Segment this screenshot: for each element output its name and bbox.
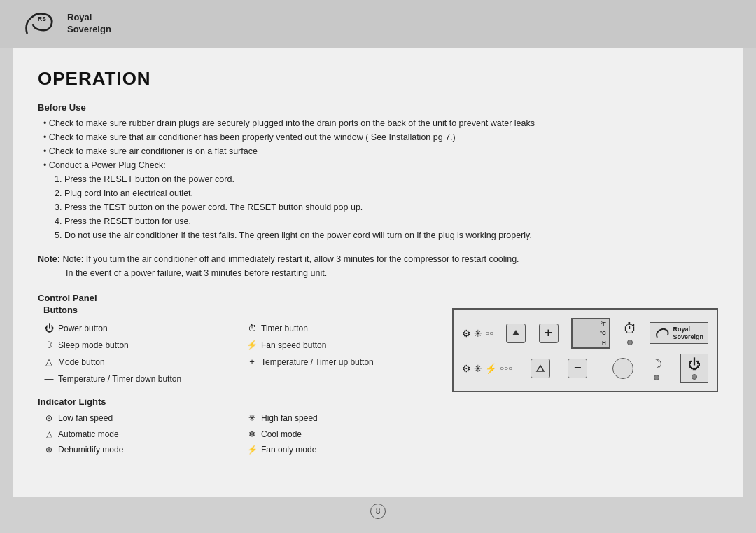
cp-img-top-row: ⚙ ✳ ○○ + °F °C H ⏱ (462, 318, 708, 349)
cp-power-dot (692, 374, 697, 380)
indicator-lights-title: Indicator Lights (38, 396, 435, 407)
before-use-item-7: 3. Press the TEST button on the power co… (55, 200, 718, 214)
cp-timer-dot (627, 340, 633, 345)
ind-auto-mode-label: Automatic mode (58, 427, 119, 441)
control-panel-left: Control Panel Buttons ⏻ Power button ⏱ T… (38, 293, 435, 457)
cp-fan-sym-1: ⚙ (462, 328, 471, 339)
ind-cool-mode-label: Cool mode (261, 427, 302, 441)
cp-sleep-area: ☽ (651, 357, 662, 380)
btn-sleep: ☽ Sleep mode button (43, 338, 232, 353)
footer-bar: 8 (0, 497, 756, 526)
ind-fan-only: ⚡ Fan only mode (246, 443, 435, 457)
btn-mode: △ Mode button (43, 354, 232, 370)
cp-sleep-dot (654, 375, 659, 380)
cp-sym-4: ○○○ (500, 364, 512, 372)
before-use-item-5: 1. Press the RESET button on the power c… (55, 172, 718, 186)
rs-logo-icon: RS (21, 10, 63, 38)
logo-area: RS Royal Sovereign (21, 10, 735, 38)
cp-fan-sym-2: ✳ (474, 328, 482, 339)
btn-temp-down-label: Temperature / Timer down button (58, 372, 181, 386)
before-use-item-8: 4. Press the RESET button for use. (55, 214, 718, 228)
cp-fan-sym-3: ○○ (485, 329, 493, 337)
fan-speed-icon: ⚡ (246, 338, 258, 353)
fan-only-icon: ⚡ (246, 443, 258, 457)
cp-power-icon[interactable]: ⏻ (688, 357, 701, 372)
cp-power-area: ⏻ (680, 354, 708, 383)
ind-dehum-mode: ⊕ Dehumidify mode (43, 443, 232, 457)
note-text: Note: Note: If you turn the air conditio… (38, 252, 718, 280)
cp-up-btn[interactable] (506, 324, 526, 343)
cp-plus-btn[interactable]: + (539, 324, 559, 343)
cp-subtitle: Buttons (43, 305, 435, 315)
control-panel-image: ⚙ ✳ ○○ + °F °C H ⏱ (452, 308, 718, 392)
btn-temp-up-label: Temperature / Timer up button (261, 355, 374, 369)
cp-timer-icon: ⏱ (623, 321, 637, 337)
btn-power: ⏻ Power button (43, 321, 232, 336)
before-use-item-3: • Check to make sure air conditioner is … (43, 144, 718, 158)
mode-icon: △ (43, 354, 55, 370)
note-content: Note: If you turn the air conditioner of… (62, 254, 519, 264)
ind-fan-only-label: Fan only mode (261, 443, 316, 457)
cp-rs-text: RoyalSovereign (673, 326, 704, 341)
btn-empty (246, 371, 435, 387)
content-area: OPERATION Before Use • Check to make sur… (13, 48, 743, 497)
ind-dehum-mode-label: Dehumidify mode (58, 443, 123, 457)
cool-mode-icon: ❄ (246, 427, 258, 441)
before-use-item-1: • Check to make sure rubber drain plugs … (43, 116, 718, 130)
timer-icon: ⏱ (246, 321, 258, 336)
cp-sym-1: ⚙ (462, 363, 471, 374)
cp-sym-3: ⚡ (485, 363, 497, 374)
before-use-item-2: • Check to make sure that air conditione… (43, 130, 718, 144)
svg-text:RS: RS (38, 15, 46, 22)
before-use-list: • Check to make sure rubber drain plugs … (43, 116, 718, 242)
temp-up-icon: + (246, 354, 258, 370)
header-bar: RS Royal Sovereign (0, 0, 756, 48)
before-use-item-4: • Conduct a Power Plug Check: (43, 158, 718, 172)
page-number: 8 (370, 504, 386, 519)
page-title: OPERATION (38, 68, 718, 90)
cp-sleep-icon: ☽ (651, 357, 662, 372)
cp-img-bottom-row: ⚙ ✳ ⚡ ○○○ − ☽ (462, 354, 708, 383)
ind-auto-mode: △ Automatic mode (43, 427, 232, 441)
cp-bottom-icons-left: ⚙ ✳ ⚡ ○○○ (462, 363, 512, 374)
dehum-mode-icon: ⊕ (43, 443, 55, 457)
before-use-title: Before Use (38, 102, 718, 113)
btn-sleep-label: Sleep mode button (58, 338, 129, 352)
cp-timer-area: ⏱ (623, 321, 637, 345)
btn-power-label: Power button (58, 321, 108, 335)
cp-mode-btn[interactable] (531, 359, 550, 378)
btn-mode-label: Mode button (58, 355, 105, 369)
logo-text: Royal Sovereign (67, 12, 111, 36)
buttons-grid: ⏻ Power button ⏱ Timer button ☽ Sleep mo… (43, 321, 435, 387)
sleep-icon: ☽ (43, 338, 55, 353)
before-use-item-6: 2. Plug cord into an electrical outlet. (55, 186, 718, 200)
ind-high-fan-label: High fan speed (261, 411, 318, 425)
cp-rs-logo-panel: RoyalSovereign (650, 322, 708, 345)
ind-low-fan-label: Low fan speed (58, 411, 113, 425)
btn-temp-up: + Temperature / Timer up button (246, 354, 435, 370)
power-icon: ⏻ (43, 321, 55, 336)
cp-minus-btn[interactable]: − (568, 359, 587, 378)
before-use-item-9: 5. Do not use the air conditioner if the… (55, 228, 718, 242)
btn-fan-speed: ⚡ Fan speed button (246, 338, 435, 353)
low-fan-icon: ⊙ (43, 411, 55, 425)
cp-top-icons-left: ⚙ ✳ ○○ (462, 328, 493, 339)
cp-display-box: °F °C H (571, 318, 610, 349)
btn-fan-speed-label: Fan speed button (261, 338, 326, 352)
btn-timer-label: Timer button (261, 321, 308, 335)
btn-timer: ⏱ Timer button (246, 321, 435, 336)
control-panel-section: Control Panel Buttons ⏻ Power button ⏱ T… (38, 293, 718, 457)
btn-temp-down: — Temperature / Timer down button (43, 371, 232, 387)
note-sub: In the event of a power failure, wait 3 … (66, 268, 327, 278)
ind-low-fan: ⊙ Low fan speed (43, 411, 232, 425)
temp-down-icon: — (43, 371, 55, 387)
cp-center-circle (612, 358, 634, 379)
high-fan-icon: ✳ (246, 411, 258, 425)
auto-mode-icon: △ (43, 427, 55, 441)
cp-title: Control Panel (38, 293, 435, 303)
ind-cool-mode: ❄ Cool mode (246, 427, 435, 441)
indicator-grid: ⊙ Low fan speed ✳ High fan speed △ Autom… (43, 411, 435, 457)
ind-high-fan: ✳ High fan speed (246, 411, 435, 425)
cp-sym-2: ✳ (474, 363, 482, 374)
